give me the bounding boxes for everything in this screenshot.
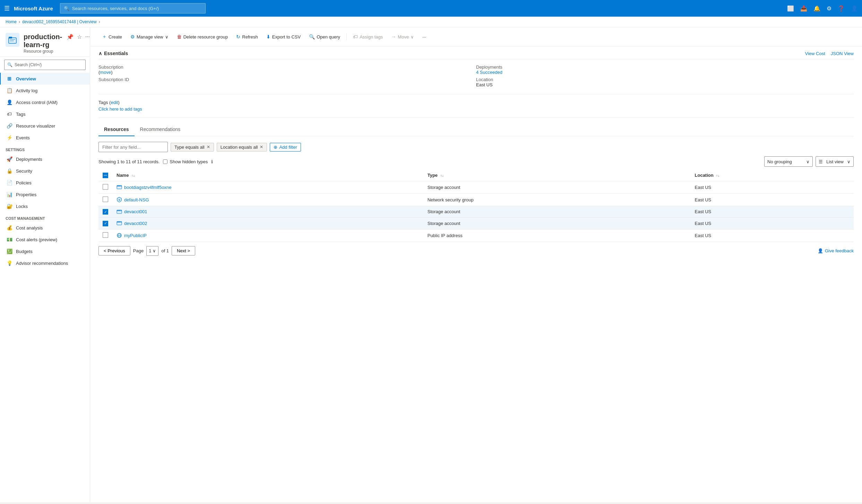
row-checkbox-cell[interactable]: ✓ (98, 206, 112, 218)
sidebar-item-budgets[interactable]: 💹 Budgets (0, 245, 90, 257)
open-query-button[interactable]: 🔍 Open query (305, 32, 344, 42)
sidebar-item-cost-analysis[interactable]: 💰 Cost analysis (0, 222, 90, 234)
sidebar-item-advisor[interactable]: 💡 Advisor recommendations (0, 257, 90, 269)
th-type[interactable]: Type ↑↓ (423, 170, 691, 181)
assign-tags-button[interactable]: 🏷 Assign tags (350, 32, 386, 42)
sidebar-nav: ⊞ Overview 📋 Activity log 👤 Access contr… (0, 73, 90, 502)
name-sort-icon[interactable]: ↑↓ (131, 174, 135, 177)
settings-section-label: Settings (0, 144, 90, 153)
view-select[interactable]: ☰ List view ∨ (816, 156, 854, 167)
sidebar-item-locks[interactable]: 🔐 Locks (0, 200, 90, 212)
location-sort-icon[interactable]: ↑↓ (716, 174, 719, 177)
row-checkbox[interactable] (103, 184, 108, 190)
add-filter-button[interactable]: ⊕ Add filter (270, 143, 301, 151)
sidebar-search[interactable]: 🔍 Search (Ctrl+/) (4, 60, 86, 70)
toolbar: ＋ Create ⚙ Manage view ∨ 🗑 Delete resour… (90, 27, 862, 46)
view-cost-link[interactable]: View Cost (805, 51, 825, 56)
tags-icon: 🏷 (6, 111, 12, 117)
type-sort-icon[interactable]: ↑↓ (440, 174, 444, 177)
tab-resources[interactable]: Resources (98, 123, 135, 136)
delete-button[interactable]: 🗑 Delete resource group (173, 32, 232, 42)
tab-recommendations[interactable]: Recommendations (135, 123, 186, 136)
show-hidden-checkbox[interactable] (163, 159, 167, 164)
feedback-icon[interactable]: 📥 (800, 5, 807, 12)
location-filter-close[interactable]: ✕ (260, 145, 263, 149)
row-name-cell: devacct002 (112, 218, 423, 229)
resource-name-link[interactable]: bootdiagstzv4fmlf5oxne (117, 184, 419, 190)
pin-icon[interactable]: 📌 (67, 34, 74, 40)
row-location-cell: East US (691, 206, 854, 218)
sidebar-item-tags[interactable]: 🏷 Tags (0, 108, 90, 120)
row-checkbox[interactable]: ✓ (103, 209, 108, 215)
global-search[interactable]: 🔍 Search resources, services, and docs (… (60, 3, 206, 14)
resource-name-link[interactable]: Sdefault-NSG (117, 197, 419, 202)
subscription-move-link[interactable]: move (100, 70, 111, 75)
sidebar-item-label-security: Security (16, 168, 32, 174)
list-view-icon: ☰ (819, 159, 823, 164)
sidebar-item-deployments[interactable]: 🚀 Deployments (0, 153, 90, 165)
tags-edit-link[interactable]: edit (111, 100, 118, 105)
sidebar-item-resource-visualizer[interactable]: 🔗 Resource visualizer (0, 120, 90, 132)
account-icon[interactable]: 👤 (851, 5, 858, 12)
type-filter-tag: Type equals all ✕ (171, 143, 214, 151)
row-checkbox[interactable] (103, 232, 108, 238)
previous-button[interactable]: < Previous (98, 246, 130, 255)
next-button[interactable]: Next > (172, 246, 195, 255)
row-checkbox[interactable] (103, 197, 108, 202)
more-actions-button[interactable]: ··· (419, 32, 430, 42)
hidden-types-info-icon[interactable]: ℹ (211, 159, 213, 164)
resource-name-link[interactable]: devacct002 (117, 220, 419, 226)
more-icon[interactable]: ··· (85, 34, 90, 40)
type-filter-close[interactable]: ✕ (207, 145, 210, 149)
cost-alerts-icon: 💵 (6, 236, 12, 243)
sidebar-item-overview[interactable]: ⊞ Overview (0, 73, 90, 85)
hamburger-menu[interactable]: ☰ (4, 5, 10, 12)
more-icon: ··· (422, 34, 426, 40)
move-button[interactable]: → Move ∨ (388, 32, 417, 42)
resource-name-link[interactable]: devacct001 (117, 209, 419, 215)
notifications-icon[interactable]: 🔔 (813, 5, 820, 12)
sidebar-item-policies[interactable]: 📄 Policies (0, 177, 90, 189)
json-view-link[interactable]: JSON View (831, 51, 854, 56)
sidebar-item-events[interactable]: ⚡ Events (0, 132, 90, 144)
show-hidden-label[interactable]: Show hidden types (163, 159, 208, 164)
sidebar-item-security[interactable]: 🔒 Security (0, 165, 90, 177)
th-name[interactable]: Name ↑↓ (112, 170, 423, 181)
tags-add-link[interactable]: Click here to add tags (98, 106, 142, 112)
th-select-all[interactable]: — (98, 170, 112, 181)
help-icon[interactable]: ❓ (838, 5, 845, 12)
row-checkbox[interactable]: ✓ (103, 221, 108, 226)
breadcrumb-sep1: › (19, 19, 20, 24)
deployments-link[interactable]: 4 Succeeded (476, 70, 502, 75)
manage-view-button[interactable]: ⚙ Manage view ∨ (127, 32, 172, 42)
row-checkbox-cell[interactable] (98, 229, 112, 242)
sidebar-item-properties[interactable]: 📊 Properties (0, 189, 90, 200)
sidebar-item-access-control[interactable]: 👤 Access control (IAM) (0, 96, 90, 108)
row-checkbox-cell[interactable] (98, 193, 112, 206)
refresh-button[interactable]: ↻ Refresh (233, 32, 261, 42)
essentials-right: Deployments 4 Succeeded Location East US (476, 63, 854, 88)
sidebar-item-activity-log[interactable]: 📋 Activity log (0, 85, 90, 96)
essentials-left: Subscription (move) Subscription ID (98, 63, 476, 88)
resource-name-link[interactable]: myPublicIP (117, 233, 419, 238)
page-select[interactable]: 1 ∨ (146, 246, 158, 256)
resource-title: production-learn-rg (24, 33, 62, 49)
export-button[interactable]: ⬇ Export to CSV (263, 32, 304, 42)
breadcrumb-home[interactable]: Home (6, 19, 17, 24)
cloud-shell-icon[interactable]: ⬜ (787, 5, 794, 12)
cost-analysis-icon: 💰 (6, 225, 12, 231)
favorite-icon[interactable]: ☆ (77, 34, 82, 40)
search-placeholder: Search resources, services, and docs (G+… (72, 6, 159, 11)
filter-input[interactable] (98, 142, 168, 152)
select-all-checkbox[interactable]: — (103, 173, 108, 178)
row-checkbox-cell[interactable] (98, 181, 112, 193)
row-checkbox-cell[interactable]: ✓ (98, 218, 112, 229)
give-feedback-link[interactable]: 👤 Give feedback (818, 248, 854, 253)
settings-icon[interactable]: ⚙ (827, 5, 831, 12)
breadcrumb-account[interactable]: devacct002_1659554017448 | Overview (22, 19, 97, 24)
create-button[interactable]: ＋ Create (98, 32, 126, 42)
sidebar-item-cost-alerts[interactable]: 💵 Cost alerts (preview) (0, 234, 90, 245)
th-location[interactable]: Location ↑↓ (691, 170, 854, 181)
grouping-select[interactable]: No grouping ∨ (764, 156, 813, 167)
essentials-collapse-icon[interactable]: ∧ (98, 51, 102, 56)
